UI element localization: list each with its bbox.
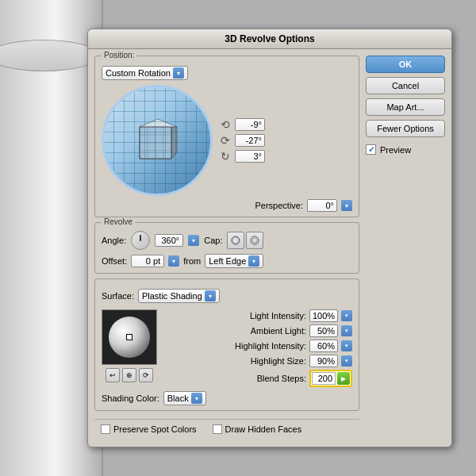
- position-select[interactable]: Custom Rotation ▾: [102, 66, 188, 80]
- highlight-size-input[interactable]: [309, 355, 338, 367]
- blend-steps-arrow[interactable]: ▶: [337, 372, 350, 385]
- preserve-spots-label: Preserve Spot Colors: [113, 424, 197, 434]
- bottom-checkboxes: Preserve Spot Colors Draw Hidden Faces: [94, 419, 359, 440]
- shading-color-select[interactable]: Black ▾: [163, 391, 206, 405]
- shading-color-row: Shading Color: Black ▾: [102, 391, 352, 405]
- ambient-light-label: Ambient Light:: [251, 326, 306, 336]
- rotation-z-row: ↻: [219, 150, 265, 163]
- cap-icons: [227, 232, 263, 249]
- highlight-size-arrow[interactable]: ▾: [341, 355, 352, 367]
- dialog-3d-revolve: 3D Revolve Options Position: Custom Rota…: [87, 29, 452, 447]
- move-light-btn[interactable]: ⊕: [122, 368, 136, 382]
- surface-arrow-icon[interactable]: ▾: [205, 290, 216, 301]
- revolve-section: Revolve Angle: ▾ Cap:: [94, 222, 359, 274]
- blend-steps-highlight: ▶: [309, 370, 352, 387]
- dialog-title: 3D Revolve Options: [225, 33, 314, 44]
- surface-select-value: Plastic Shading: [142, 291, 202, 301]
- perspective-input[interactable]: [307, 199, 337, 212]
- light-intensity-row: Light Intensity: ▾: [163, 309, 352, 322]
- right-panel: OK Cancel Map Art... Fewer Options ✓ Pre…: [366, 56, 445, 440]
- angle-label: Angle:: [102, 236, 126, 245]
- rotation-z-icon: ↻: [219, 150, 232, 163]
- fewer-options-button[interactable]: Fewer Options: [366, 120, 445, 137]
- draw-hidden-checkbox[interactable]: [213, 424, 222, 434]
- draw-hidden-item[interactable]: Draw Hidden Faces: [213, 424, 302, 434]
- rotation-y-input[interactable]: [235, 134, 265, 147]
- from-select-value: Left Edge: [209, 256, 246, 266]
- blend-steps-row: Blend Steps: ▶: [163, 370, 352, 387]
- draw-hidden-label: Draw Hidden Faces: [225, 424, 302, 434]
- perspective-label: Perspective:: [255, 201, 303, 210]
- offset-input[interactable]: [131, 255, 164, 267]
- ambient-light-row: Ambient Light: ▾: [163, 324, 352, 337]
- svg-marker-2: [171, 127, 177, 159]
- revolve-angle-row: Angle: ▾ Cap:: [102, 231, 352, 250]
- svg-point-13: [252, 238, 257, 243]
- preserve-spots-checkbox[interactable]: [101, 424, 110, 434]
- light-intensity-arrow[interactable]: ▾: [341, 310, 352, 321]
- position-select-arrow-icon[interactable]: ▾: [173, 67, 184, 79]
- blend-steps-label: Blend Steps:: [257, 374, 306, 383]
- shading-color-value: Black: [167, 393, 189, 403]
- ambient-light-arrow[interactable]: ▾: [341, 325, 352, 336]
- rotation-y-row: ⟳: [219, 134, 265, 147]
- angle-dial[interactable]: [131, 231, 150, 250]
- preserve-spots-item[interactable]: Preserve Spot Colors: [101, 424, 197, 434]
- svg-point-11: [233, 238, 238, 243]
- preview-label: Preview: [380, 145, 411, 155]
- highlight-intensity-input[interactable]: [309, 340, 338, 352]
- position-select-value: Custom Rotation: [106, 68, 171, 78]
- blend-steps-input[interactable]: [312, 372, 336, 385]
- highlight-intensity-row: Highlight Intensity: ▾: [163, 340, 352, 352]
- from-label: from: [183, 256, 201, 266]
- angle-input[interactable]: [155, 234, 183, 247]
- cap-label: Cap:: [204, 236, 222, 245]
- perspective-arrow-icon[interactable]: ▾: [341, 200, 352, 211]
- ok-button[interactable]: OK: [366, 56, 445, 73]
- surface-header: Surface: Plastic Shading ▾: [102, 289, 352, 303]
- rotation-y-icon: ⟳: [219, 134, 232, 147]
- light-intensity-input[interactable]: [309, 309, 338, 322]
- surface-select[interactable]: Plastic Shading ▾: [138, 289, 220, 303]
- angle-arrow-icon[interactable]: ▾: [188, 235, 199, 246]
- rotation-controls: ⟲ ⟳ ↻: [219, 118, 265, 163]
- offset-arrow-icon[interactable]: ▾: [168, 255, 179, 267]
- position-section-label: Position:: [102, 51, 136, 60]
- from-arrow-icon[interactable]: ▾: [248, 255, 259, 267]
- offset-row: Offset: ▾ from Left Edge ▾: [102, 254, 352, 268]
- rotation-x-row: ⟲: [219, 118, 265, 131]
- rotation-z-input[interactable]: [235, 150, 265, 163]
- reset-light-btn[interactable]: ⟳: [139, 368, 153, 382]
- position-section: Position: Custom Rotation ▾: [94, 56, 359, 217]
- rotation-x-input[interactable]: [235, 118, 265, 131]
- svg-marker-1: [140, 119, 177, 133]
- svg-point-12: [251, 236, 259, 244]
- cancel-button[interactable]: Cancel: [366, 77, 445, 94]
- shading-sphere-preview: [102, 309, 157, 365]
- perspective-row: Perspective: ▾: [102, 199, 352, 212]
- shading-toolbar: ↩ ⊕ ⟳: [106, 368, 153, 382]
- cap-icon-1[interactable]: [227, 232, 244, 249]
- dialog-titlebar: 3D Revolve Options: [88, 29, 451, 49]
- position-header: Custom Rotation ▾: [102, 66, 352, 80]
- shading-color-arrow[interactable]: ▾: [191, 393, 202, 404]
- highlight-intensity-label: Highlight Intensity:: [235, 341, 306, 351]
- highlight-size-row: Highlight Size: ▾: [163, 355, 352, 367]
- light-position-marker: [126, 334, 132, 340]
- offset-label: Offset:: [102, 256, 127, 266]
- highlight-intensity-arrow[interactable]: ▾: [341, 340, 352, 351]
- from-select[interactable]: Left Edge ▾: [205, 254, 263, 268]
- ambient-light-input[interactable]: [309, 324, 338, 337]
- map-art-button[interactable]: Map Art...: [366, 98, 445, 116]
- surface-content: ↩ ⊕ ⟳ Light Intensity: ▾ Ambi: [102, 309, 352, 387]
- rotation-x-icon: ⟲: [219, 118, 232, 131]
- highlight-size-label: Highlight Size:: [251, 356, 306, 366]
- left-panel: Position: Custom Rotation ▾: [94, 56, 359, 440]
- cap-icon-2[interactable]: [246, 232, 263, 249]
- shading-color-label: Shading Color:: [102, 393, 159, 403]
- light-intensity-label: Light Intensity:: [250, 311, 306, 321]
- surface-label: Surface:: [102, 291, 134, 301]
- svg-marker-3: [140, 127, 171, 159]
- rotate-light-btn[interactable]: ↩: [106, 368, 120, 382]
- preview-checkbox[interactable]: ✓: [366, 144, 376, 155]
